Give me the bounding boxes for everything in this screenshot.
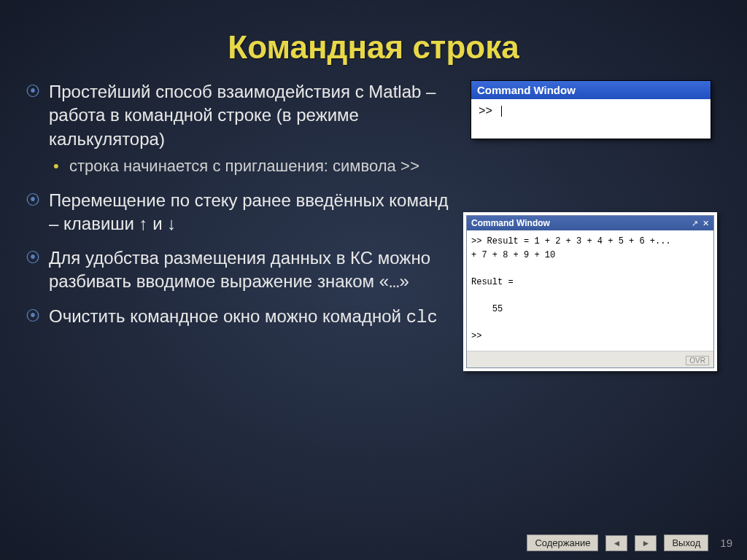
window-title-text: Command Window	[471, 218, 550, 228]
prev-button[interactable]: ◄	[605, 535, 627, 551]
contents-button[interactable]: Содержание	[527, 534, 598, 551]
window-titlebar: Command Window	[471, 81, 711, 99]
bullet-text: Простейший способ взаимодействия с Matla…	[49, 82, 436, 149]
command-window-simple: Command Window >>	[471, 80, 711, 139]
sub-bullet-text: строка начинается с приглашения: символа	[69, 157, 400, 175]
bullet-text: Для удобства размещения данных в КС можн…	[49, 248, 430, 291]
arrow-right-icon: ►	[641, 538, 650, 548]
bullet-item: Перемещение по стеку ранее введённых ком…	[26, 189, 456, 236]
close-icon[interactable]: ✕	[703, 219, 709, 228]
bullet-item: Простейший способ взаимодействия с Matla…	[26, 80, 456, 179]
slide-content: Простейший способ взаимодействия с Matla…	[0, 80, 747, 371]
undock-icon[interactable]: ↗	[692, 219, 698, 228]
bullet-text: »	[400, 271, 409, 291]
page-number: 19	[720, 537, 732, 549]
window-body: >>	[471, 99, 711, 139]
window-statusbar: OVR	[467, 351, 713, 368]
image-column: Command Window >> Command Window ↗ ✕ >> …	[456, 80, 721, 371]
sub-bullet-item: строка начинается с приглашения: символа…	[49, 155, 456, 179]
exit-button[interactable]: Выход	[664, 534, 708, 551]
slide-footer: Содержание ◄ ► Выход 19	[527, 534, 732, 551]
bullet-item: Очистить командное окно можно комадной c…	[26, 305, 456, 330]
prompt-symbol: >>	[400, 158, 419, 176]
arrow-left-icon: ◄	[612, 538, 621, 548]
prompt-text: >>	[479, 105, 500, 118]
next-button[interactable]: ►	[635, 535, 657, 551]
bullet-text: Очистить командное окно можно комадной	[49, 306, 406, 326]
window-titlebar: Command Window ↗ ✕	[467, 216, 713, 230]
ovr-indicator: OVR	[686, 356, 709, 365]
text-column: Простейший способ взаимодействия с Matla…	[26, 80, 456, 371]
text-cursor-icon	[501, 106, 502, 117]
bullet-text: Перемещение по стеку ранее введённых ком…	[49, 190, 449, 233]
slide-title: Командная строка	[0, 0, 747, 80]
bullet-item: Для удобства размещения данных в КС можн…	[26, 246, 456, 295]
ellipsis-symbol: …	[389, 273, 399, 292]
command-window-example: Command Window ↗ ✕ >> Result = 1 + 2 + 3…	[463, 212, 717, 371]
clc-command: clc	[406, 308, 438, 327]
window-body: >> Result = 1 + 2 + 3 + 4 + 5 + 6 +... +…	[467, 230, 713, 351]
